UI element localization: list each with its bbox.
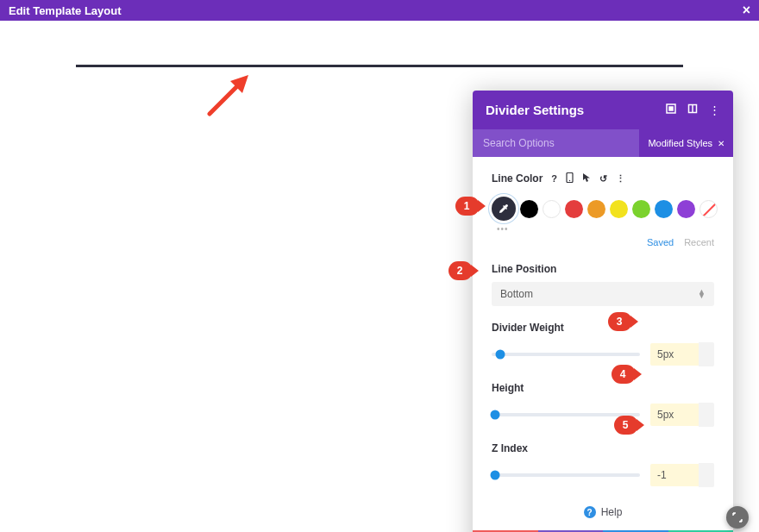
line-position-label: Line Position	[492, 263, 714, 275]
window-title: Edit Template Layout	[9, 4, 122, 17]
snap-icon[interactable]	[687, 103, 698, 116]
divider-weight-slider[interactable]	[492, 353, 640, 356]
more-icon[interactable]: ⋮	[709, 103, 720, 116]
callout-3: 3	[608, 312, 632, 331]
zindex-slider[interactable]	[492, 473, 640, 477]
resize-handle[interactable]	[726, 506, 749, 529]
select-arrows-icon: ▲▼	[698, 290, 706, 298]
swatch-none[interactable]	[699, 200, 718, 218]
line-position-value: Bottom	[500, 288, 533, 300]
slider-thumb[interactable]	[491, 410, 500, 420]
hover-icon[interactable]	[582, 172, 591, 185]
close-icon[interactable]: ×	[743, 3, 750, 17]
swatch-green[interactable]	[632, 200, 650, 218]
reset-icon[interactable]: ↺	[599, 173, 607, 185]
svg-line-0	[210, 80, 243, 114]
close-icon[interactable]: ✕	[718, 139, 724, 148]
panel-toolbar: Modified Styles ✕	[473, 129, 733, 157]
panel-title: Divider Settings	[486, 103, 584, 117]
modified-styles-chip[interactable]: Modified Styles ✕	[639, 129, 733, 157]
swatch-orange[interactable]	[587, 200, 605, 218]
divider-weight-input[interactable]	[650, 343, 699, 366]
annotation-arrow	[203, 69, 254, 121]
slider-thumb[interactable]	[491, 471, 500, 480]
panel-header-actions: ⋮	[666, 103, 720, 116]
swatch-blue[interactable]	[655, 200, 673, 218]
unit-box[interactable]	[699, 463, 714, 487]
unit-box[interactable]	[699, 342, 714, 366]
saved-tab[interactable]: Saved	[647, 237, 674, 247]
panel-body: Line Color ? ↺ ⋮	[473, 157, 733, 530]
modified-styles-label: Modified Styles	[648, 138, 712, 148]
swatch-black[interactable]	[520, 200, 538, 218]
svg-rect-3	[669, 107, 673, 110]
height-input[interactable]	[650, 404, 699, 426]
zindex-field: Z Index	[492, 442, 714, 487]
unit-box[interactable]	[699, 403, 714, 427]
line-position-field: Line Position Bottom ▲▼	[492, 263, 714, 306]
recent-tab[interactable]: Recent	[684, 237, 714, 247]
zindex-input[interactable]	[650, 464, 699, 486]
help-icon: ?	[584, 506, 596, 518]
divider-weight-field: Divider Weight	[492, 322, 714, 366]
height-label: Height	[492, 382, 714, 394]
settings-panel: Divider Settings ⋮ Modified Styles ✕ Lin…	[473, 91, 733, 532]
callout-2: 2	[448, 261, 473, 280]
panel-header[interactable]: Divider Settings ⋮	[473, 91, 733, 129]
swatch-yellow[interactable]	[610, 200, 628, 218]
svg-marker-1	[230, 75, 248, 93]
svg-point-7	[569, 180, 570, 181]
callout-1: 1	[455, 197, 480, 216]
help-icon[interactable]: ?	[551, 173, 557, 184]
line-position-select[interactable]: Bottom ▲▼	[492, 282, 714, 306]
divider-preview[interactable]	[76, 65, 683, 67]
callout-4: 4	[612, 365, 636, 384]
height-slider[interactable]	[492, 413, 640, 416]
swatch-white[interactable]	[543, 200, 561, 218]
window-title-bar: Edit Template Layout ×	[0, 0, 759, 21]
help-link[interactable]: ? Help	[492, 506, 714, 518]
divider-weight-label: Divider Weight	[492, 322, 714, 334]
color-swatches	[492, 197, 714, 221]
more-swatches-icon[interactable]: •••	[497, 224, 714, 234]
expand-icon[interactable]	[666, 103, 676, 116]
mobile-icon[interactable]	[566, 172, 574, 185]
line-color-label: Line Color ? ↺ ⋮	[492, 172, 714, 185]
more-icon[interactable]: ⋮	[616, 173, 625, 185]
slider-thumb[interactable]	[496, 350, 505, 360]
search-input[interactable]	[483, 137, 612, 149]
swatch-red[interactable]	[565, 200, 583, 218]
zindex-label: Z Index	[492, 442, 714, 454]
callout-5: 5	[614, 416, 638, 435]
color-picker-button[interactable]	[492, 197, 516, 221]
swatch-purple[interactable]	[677, 200, 695, 218]
height-field: Height	[492, 382, 714, 427]
